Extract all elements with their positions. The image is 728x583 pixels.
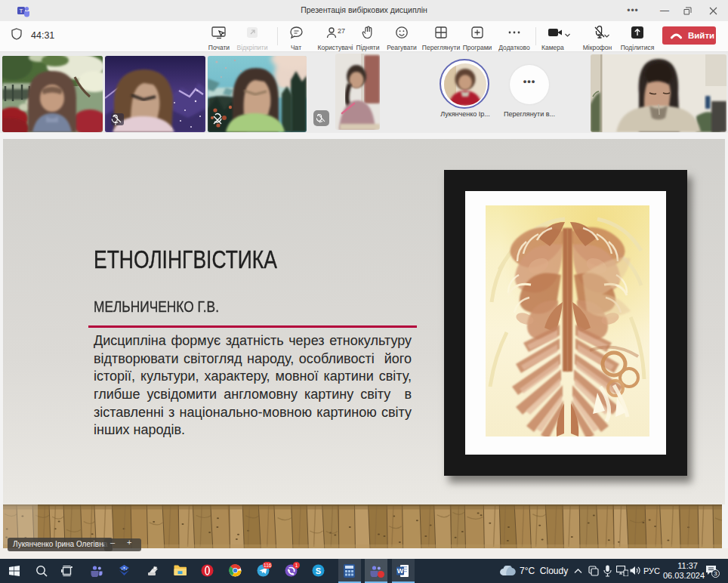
svg-text:S: S [316,566,321,575]
svg-text:27: 27 [338,27,345,35]
svg-text:W: W [397,567,404,575]
